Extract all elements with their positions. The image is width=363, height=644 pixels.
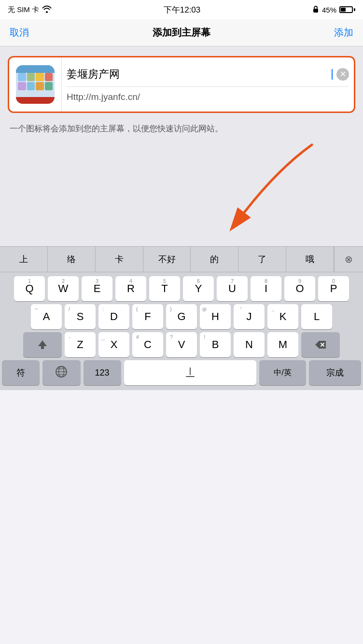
- predictive-word-1[interactable]: 上: [0, 247, 48, 272]
- lock-icon: [312, 5, 319, 14]
- lang-key[interactable]: 中/英: [259, 360, 307, 385]
- key-W[interactable]: 2W: [48, 276, 79, 301]
- nav-title: 添加到主屏幕: [153, 26, 210, 39]
- text-cursor: [332, 69, 333, 80]
- key-Q[interactable]: 1Q: [14, 276, 45, 301]
- key-row-3: -Z ＿X #C ?V !B N M: [2, 332, 361, 357]
- key-B[interactable]: !B: [200, 332, 231, 357]
- key-J[interactable]: 「J: [234, 304, 265, 329]
- key-T[interactable]: 5T: [149, 276, 180, 301]
- status-right: 45%: [312, 5, 355, 14]
- card-text-area: 姜堰房产网 ✕ Http://m.jyanfc.cn/: [61, 57, 354, 112]
- card-inner: 姜堰房产网 ✕ Http://m.jyanfc.cn/: [9, 57, 354, 112]
- predictive-word-6[interactable]: 了: [238, 247, 286, 272]
- key-V[interactable]: ?V: [166, 332, 197, 357]
- card-url: Http://m.jyanfc.cn/: [67, 92, 349, 102]
- key-K[interactable]: 」K: [267, 304, 298, 329]
- symbols-key[interactable]: 符: [2, 360, 40, 385]
- svg-rect-0: [313, 9, 318, 13]
- space-key[interactable]: [124, 360, 256, 385]
- key-E[interactable]: 3E: [82, 276, 112, 301]
- done-key[interactable]: 宗成: [309, 360, 361, 385]
- key-G[interactable]: )G: [166, 304, 197, 329]
- battery-icon: [339, 6, 355, 13]
- arrow-svg: [182, 140, 326, 237]
- key-M[interactable]: M: [267, 332, 298, 357]
- card-name-row: 姜堰房产网 ✕: [67, 67, 349, 82]
- predictive-word-2[interactable]: 络: [48, 247, 96, 272]
- key-row-1: 1Q 2W 3E 4R 5T 6Y 7U 8I 9O 0P: [2, 276, 361, 301]
- card-divider: [67, 86, 349, 87]
- card-icon-area: [9, 57, 61, 112]
- key-O[interactable]: 9O: [284, 276, 315, 301]
- key-R[interactable]: 4R: [115, 276, 146, 301]
- key-P[interactable]: 0P: [318, 276, 349, 301]
- add-card: 姜堰房产网 ✕ Http://m.jyanfc.cn/: [8, 56, 355, 113]
- key-row-bottom: 符 123 中/英 宗成: [2, 360, 361, 385]
- key-I[interactable]: 8I: [251, 276, 281, 301]
- predictive-word-7[interactable]: 哦: [286, 247, 334, 272]
- num123-key[interactable]: 123: [84, 360, 121, 385]
- key-S[interactable]: /S: [65, 304, 96, 329]
- nav-bar: 取消 添加到主屏幕 添加: [0, 19, 363, 46]
- status-bar: 无 SIM 卡 下午12:03 45%: [0, 0, 363, 19]
- add-button[interactable]: 添加: [334, 26, 353, 39]
- wifi-icon: [42, 5, 52, 14]
- arrow-annotation: [8, 140, 355, 237]
- clear-button[interactable]: ✕: [336, 68, 349, 81]
- key-F[interactable]: (F: [132, 304, 163, 329]
- key-D[interactable]: :D: [98, 304, 129, 329]
- site-icon: [16, 65, 55, 104]
- key-Y[interactable]: 6Y: [183, 276, 214, 301]
- shift-key[interactable]: [23, 332, 62, 357]
- key-Z[interactable]: -Z: [65, 332, 96, 357]
- predictive-bar: 上 络 卡 不好 的 了 哦 ⊗: [0, 246, 363, 272]
- svg-marker-2: [38, 340, 47, 349]
- key-row-2: ~A /S :D (F )G ＠H 「J 」K L: [2, 304, 361, 329]
- carrier-label: 无 SIM 卡: [8, 5, 39, 14]
- predictive-delete-button[interactable]: ⊗: [334, 247, 363, 272]
- key-N[interactable]: N: [234, 332, 265, 357]
- key-U[interactable]: 7U: [217, 276, 248, 301]
- key-X[interactable]: ＿X: [98, 332, 129, 357]
- predictive-word-4[interactable]: 不好: [143, 247, 191, 272]
- cancel-button[interactable]: 取消: [10, 26, 29, 39]
- content-area: 姜堰房产网 ✕ Http://m.jyanfc.cn/ 一个图标将会添加到您的主…: [0, 46, 363, 246]
- predictive-word-3[interactable]: 卡: [96, 247, 143, 272]
- globe-key[interactable]: [42, 360, 80, 385]
- battery-label: 45%: [322, 6, 336, 14]
- status-time: 下午12:03: [164, 4, 201, 15]
- card-name-text[interactable]: 姜堰房产网: [67, 67, 331, 82]
- delete-key[interactable]: [301, 332, 340, 357]
- key-A[interactable]: ~A: [31, 304, 62, 329]
- keyboard: 1Q 2W 3E 4R 5T 6Y 7U 8I 9O 0P ~A /S :D (…: [0, 272, 363, 390]
- status-left: 无 SIM 卡: [8, 5, 52, 14]
- key-C[interactable]: #C: [132, 332, 163, 357]
- key-L[interactable]: L: [301, 304, 332, 329]
- key-H[interactable]: ＠H: [200, 304, 231, 329]
- predictive-word-5[interactable]: 的: [191, 247, 238, 272]
